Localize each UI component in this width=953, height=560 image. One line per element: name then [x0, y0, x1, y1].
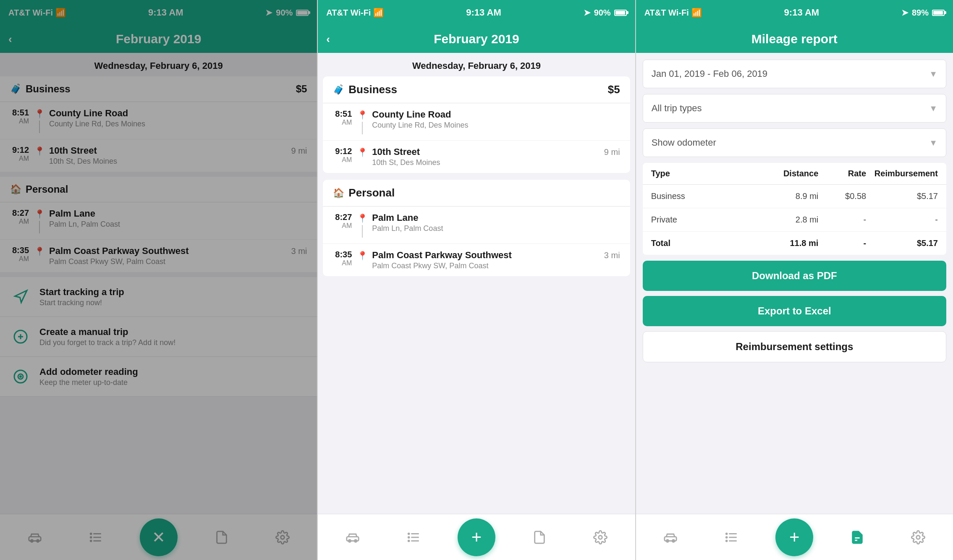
- nav-list-3[interactable]: [715, 521, 748, 554]
- location-name-p2-2: Palm Coast Parkway Southwest: [372, 250, 594, 261]
- svg-point-30: [726, 533, 728, 534]
- back-button-2[interactable]: ‹: [326, 33, 330, 46]
- location-sub-p2-1: Palm Ln, Palm Coast: [372, 224, 594, 233]
- battery-icon-3: [932, 10, 945, 16]
- time-ampm-b2-1: AM: [333, 119, 352, 126]
- nav-car-3[interactable]: [654, 521, 687, 554]
- time-col-p2-1: 8:27 AM: [333, 212, 356, 230]
- reimb-settings-button[interactable]: Reimbursement settings: [643, 331, 946, 362]
- pin-col-b2-2: 📍: [356, 147, 369, 157]
- report-header: Mileage report: [636, 25, 953, 53]
- export-excel-button[interactable]: Export to Excel: [643, 296, 946, 326]
- pin-col-b2-1: 📍: [356, 109, 369, 134]
- fab-plus-button-2[interactable]: +: [458, 518, 495, 556]
- trip-type-label-business-2: Business: [348, 83, 397, 96]
- time-ampm-p2-1: AM: [333, 222, 352, 230]
- battery-icon-2: [614, 10, 627, 16]
- trip-card-personal-2[interactable]: 🏠 Personal 8:27 AM 📍 Palm Lane: [323, 180, 630, 276]
- th-type: Type: [651, 169, 747, 178]
- location-sub-b2-1: County Line Rd, Des Moines: [372, 121, 594, 130]
- date-range-dropdown[interactable]: Jan 01, 2019 - Feb 06, 2019 ▼: [643, 60, 946, 88]
- doc-icon-2: [532, 530, 547, 544]
- distance-b2-1: [595, 109, 620, 110]
- gear-icon-2: [593, 530, 607, 544]
- trip-type-personal-2: 🏠 Personal: [333, 186, 395, 199]
- location-name-b2-2: 10th Street: [372, 147, 594, 157]
- panel-3: AT&T Wi-Fi 📶 9:13 AM ➤ 89% Mileage repor…: [636, 0, 953, 560]
- td-type-business: Business: [651, 191, 747, 201]
- nav-gear-3[interactable]: [901, 521, 935, 554]
- gear-icon-3: [911, 530, 925, 544]
- location-col-b2-2: 10th Street 10th St, Des Moines: [369, 147, 594, 167]
- wifi-icon-2: 📶: [373, 8, 384, 18]
- svg-point-35: [916, 535, 920, 539]
- nav-doc-2[interactable]: [523, 521, 556, 554]
- carrier-2: AT&T Wi-Fi: [326, 8, 371, 18]
- th-rate: Rate: [818, 169, 866, 178]
- time-ampm-b2-2: AM: [333, 156, 352, 164]
- td-type-total: Total: [651, 238, 747, 248]
- list-icon-3: [724, 530, 738, 544]
- trip-card-business-2[interactable]: 🧳 Business $5 8:51 AM 📍 County L: [323, 76, 630, 173]
- trip-type-business-2: 🧳 Business: [333, 83, 397, 96]
- svg-point-23: [599, 535, 602, 539]
- td-reimb-private: -: [866, 215, 938, 225]
- car-icon-2: [346, 530, 360, 544]
- time-main-p2-1: 8:27: [333, 212, 352, 222]
- waypoints-business-2: 8:51 AM 📍 County Line Road County Line R…: [323, 103, 630, 173]
- carrier-3: AT&T Wi-Fi: [644, 8, 689, 18]
- content-2: Wednesday, February 6, 2019 🧳 Business $…: [318, 53, 635, 514]
- status-bar-2: AT&T Wi-Fi 📶 9:13 AM ➤ 90%: [318, 0, 635, 25]
- svg-point-22: [408, 540, 409, 542]
- date-section-2: Wednesday, February 6, 2019: [318, 53, 635, 76]
- td-type-private: Private: [651, 215, 747, 225]
- table-row-total: Total 11.8 mi - $5.17: [643, 232, 946, 255]
- odometer-dropdown[interactable]: Show odometer ▼: [643, 128, 946, 157]
- fab-plus-button-3[interactable]: +: [775, 518, 813, 556]
- th-distance: Distance: [746, 169, 818, 178]
- pin-col-p2-1: 📍: [356, 212, 369, 238]
- download-pdf-button[interactable]: Download as PDF: [643, 261, 946, 291]
- time-main-b2-2: 9:12: [333, 147, 352, 156]
- bottom-nav-3: +: [636, 514, 953, 560]
- date-range-label: Jan 01, 2019 - Feb 06, 2019: [652, 68, 767, 79]
- time-main-p2-2: 8:35: [333, 250, 352, 259]
- location-sub-b2-2: 10th St, Des Moines: [372, 158, 594, 167]
- td-rate-total: -: [818, 238, 866, 248]
- waypoint-b2-2: 9:12 AM 📍 10th Street 10th St, Des Moine…: [323, 141, 630, 173]
- bottom-nav-2: +: [318, 514, 635, 560]
- status-left-3: AT&T Wi-Fi 📶: [644, 8, 702, 18]
- table-row-business: Business 8.9 mi $0.58 $5.17: [643, 185, 946, 208]
- list-icon-2: [406, 530, 421, 544]
- distance-p2-2: 3 mi: [595, 250, 620, 260]
- waypoint-b2-1: 8:51 AM 📍 County Line Road County Line R…: [323, 103, 630, 141]
- battery-2: 90%: [594, 8, 611, 18]
- nav-doc-active-3[interactable]: [840, 521, 874, 554]
- status-left-2: AT&T Wi-Fi 📶: [326, 8, 384, 18]
- status-right-3: ➤ 89%: [901, 8, 945, 18]
- odometer-chevron-icon: ▼: [929, 138, 937, 148]
- header-title-2: February 2019: [434, 32, 519, 46]
- briefcase-icon-2: 🧳: [333, 84, 344, 95]
- house-icon-2: 🏠: [333, 188, 344, 199]
- nav-car-2[interactable]: [336, 521, 369, 554]
- pin-icon-b2-2: 📍: [357, 147, 368, 157]
- table-header: Type Distance Rate Reimbursement: [643, 163, 946, 185]
- location-sub-p2-2: Palm Coast Pkwy SW, Palm Coast: [372, 262, 594, 270]
- distance-b2-2: 9 mi: [595, 147, 620, 157]
- nav-list-2[interactable]: [397, 521, 430, 554]
- location-col-p2-1: Palm Lane Palm Ln, Palm Coast: [369, 212, 594, 233]
- distance-p2-1: [595, 212, 620, 213]
- td-rate-business: $0.58: [818, 191, 866, 201]
- wifi-icon-3: 📶: [691, 8, 702, 18]
- td-reimb-total: $5.17: [866, 238, 938, 248]
- report-table: Type Distance Rate Reimbursement Busines…: [643, 163, 946, 255]
- trip-types-chevron-icon: ▼: [929, 104, 937, 113]
- nav-gear-2[interactable]: [584, 521, 617, 554]
- trip-types-dropdown[interactable]: All trip types ▼: [643, 94, 946, 123]
- th-reimbursement: Reimbursement: [866, 169, 938, 178]
- doc-active-icon-3: [850, 530, 864, 544]
- time-col-b2-1: 8:51 AM: [333, 109, 356, 126]
- panel-1: AT&T Wi-Fi 📶 9:13 AM ➤ 90% ‹ February 20…: [0, 0, 317, 560]
- trip-header-business-2: 🧳 Business $5: [323, 76, 630, 103]
